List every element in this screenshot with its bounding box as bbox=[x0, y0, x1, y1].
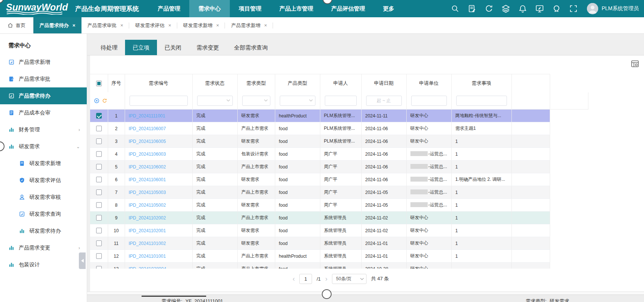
avatar[interactable] bbox=[587, 3, 598, 14]
requirement-link[interactable]: IPD_20241102001 bbox=[129, 228, 166, 233]
omega-icon[interactable] bbox=[552, 4, 561, 13]
requirement-link[interactable]: IPD_20241106001 bbox=[129, 177, 166, 182]
window-tab-产品需求审批[interactable]: 产品需求审批× bbox=[81, 17, 130, 33]
row-checkbox[interactable] bbox=[96, 215, 102, 221]
sidebar-item-产品需求新增[interactable]: 产品需求新增 bbox=[0, 54, 87, 71]
row-checkbox[interactable] bbox=[96, 202, 102, 208]
select-all-checkbox[interactable] bbox=[96, 81, 102, 86]
table-row[interactable]: 4IPD_20241106003完成包装设计需求food周广平2024-11-0… bbox=[90, 148, 588, 161]
horizontal-splitter[interactable] bbox=[87, 291, 644, 295]
sidebar-item-产品需求审批[interactable]: 产品需求审批 bbox=[0, 71, 87, 87]
close-tab-icon[interactable]: × bbox=[216, 23, 219, 28]
menu-item-需求中心[interactable]: 需求中心 bbox=[189, 0, 230, 17]
filter-input[interactable] bbox=[411, 96, 447, 106]
window-tab-研发需求新增[interactable]: 研发需求新增× bbox=[177, 17, 225, 33]
window-tab-产品需求待办[interactable]: 产品需求待办× bbox=[33, 17, 81, 33]
requirement-link[interactable]: IPD_20241105003 bbox=[129, 190, 166, 195]
row-checkbox[interactable] bbox=[96, 253, 102, 259]
sidebar-item-研发需求待办[interactable]: 研发需求待办 bbox=[0, 222, 87, 239]
fullscreen-icon[interactable] bbox=[569, 4, 578, 13]
sidebar-item-研发需求[interactable]: 研发需求⌄ bbox=[0, 138, 87, 155]
filter-select[interactable] bbox=[197, 96, 233, 106]
reset-filter-icon[interactable] bbox=[102, 98, 107, 104]
layers-icon[interactable] bbox=[501, 4, 510, 13]
row-checkbox[interactable] bbox=[96, 177, 102, 182]
splitter-drag-handle[interactable] bbox=[322, 289, 332, 299]
sidebar-item-产品需求待办[interactable]: 产品需求待办 bbox=[0, 87, 87, 104]
menu-item-更多[interactable]: 更多 bbox=[374, 0, 403, 17]
row-checkbox[interactable] bbox=[96, 151, 102, 157]
close-tab-icon[interactable]: × bbox=[72, 23, 75, 28]
tab-home[interactable]: 首页 bbox=[0, 17, 33, 33]
monitor-edit-icon[interactable] bbox=[535, 4, 544, 13]
prev-page-button[interactable]: ‹ bbox=[293, 275, 295, 282]
table-row[interactable]: 10IPD_20241102001完成研发需求food系统管理员2024-11-… bbox=[90, 224, 588, 237]
next-page-button[interactable]: › bbox=[325, 275, 327, 282]
filter-input[interactable] bbox=[130, 96, 188, 106]
table-row[interactable]: 7IPD_20241105003完成产品上市需求food周广平2024-11-0… bbox=[90, 186, 588, 199]
bell-icon[interactable] bbox=[518, 4, 527, 13]
requirement-link[interactable]: IPD_20241101002 bbox=[129, 241, 166, 246]
row-checkbox[interactable] bbox=[96, 240, 102, 246]
filter-select[interactable] bbox=[242, 96, 270, 106]
search-icon[interactable] bbox=[451, 4, 460, 13]
requirement-link[interactable]: IPD_20241106007 bbox=[129, 126, 166, 131]
view-tab-已关闭[interactable]: 已关闭 bbox=[157, 40, 189, 55]
row-checkbox[interactable] bbox=[96, 113, 102, 119]
clear-filter-icon[interactable] bbox=[94, 98, 100, 104]
table-row[interactable]: 1IPD_20241111001完成研发需求healthProductPLM系统… bbox=[90, 110, 588, 122]
table-row[interactable]: 8IPD_20241105002完成研发需求food周广平2024-11-05-… bbox=[90, 199, 588, 212]
refresh-icon[interactable] bbox=[484, 4, 493, 13]
requirement-link[interactable]: IPD_20241106005 bbox=[129, 139, 166, 144]
requirement-link[interactable]: IPD_20241028004 bbox=[129, 266, 166, 269]
table-row[interactable]: 6IPD_20241106001完成研发需求food周广平2024-11-06-… bbox=[90, 173, 588, 186]
row-checkbox[interactable] bbox=[96, 164, 102, 170]
requirement-link[interactable]: IPD_20241106002 bbox=[129, 164, 166, 170]
sidebar-item-研发需求评估[interactable]: 研发需求评估 bbox=[0, 172, 87, 189]
filter-input[interactable] bbox=[456, 96, 507, 106]
row-checkbox[interactable] bbox=[96, 126, 102, 131]
table-row[interactable]: 2IPD_20241106007完成产品上市需求foodPLM系统管理...20… bbox=[90, 122, 588, 135]
sidebar-item-产品成本会审[interactable]: 产品成本会审 bbox=[0, 104, 87, 121]
menu-item-项目管理[interactable]: 项目管理 bbox=[230, 0, 270, 17]
view-tab-需求变更[interactable]: 需求变更 bbox=[189, 40, 226, 55]
table-row[interactable]: 9IPD_20241102002完成产品上市需求food系统管理员2024-11… bbox=[90, 212, 588, 224]
table-row[interactable]: 3IPD_20241106005完成研发需求foodPLM系统管理...2024… bbox=[90, 135, 588, 148]
sidebar-item-产品需求变更[interactable]: 产品需求变更› bbox=[0, 239, 87, 256]
table-row[interactable]: 13IPD_20241028004完成产品上市需求food系统管理员2024-1… bbox=[90, 263, 588, 269]
table-row[interactable]: 12IPD_20241101001完成产品上市需求healthProduct系统… bbox=[90, 250, 588, 263]
window-tab-产品需求新增[interactable]: 产品需求新增× bbox=[225, 17, 273, 33]
sidebar-item-研发需求新增[interactable]: 研发需求新增 bbox=[0, 155, 87, 172]
requirement-link[interactable]: IPD_20241102002 bbox=[129, 215, 166, 221]
sidebar-item-包装设计[interactable]: 包装设计 bbox=[0, 256, 87, 273]
row-checkbox[interactable] bbox=[96, 189, 102, 195]
current-page-input[interactable]: 1 bbox=[299, 274, 312, 284]
filter-select[interactable] bbox=[280, 96, 315, 106]
requirement-link[interactable]: IPD_20241105002 bbox=[129, 203, 166, 208]
filter-date-range[interactable]: 起 ~ 止 bbox=[366, 96, 402, 106]
form-icon[interactable] bbox=[468, 4, 477, 13]
close-tab-icon[interactable]: × bbox=[121, 23, 124, 28]
table-row[interactable]: 5IPD_20241106002完成产品上市需求food周广平2024-11-0… bbox=[90, 161, 588, 173]
page-size-select[interactable]: 50条/页 bbox=[332, 274, 366, 284]
row-checkbox[interactable] bbox=[96, 138, 102, 144]
view-tab-待处理[interactable]: 待处理 bbox=[93, 40, 125, 55]
close-tab-icon[interactable]: × bbox=[168, 23, 171, 28]
view-tab-已立项[interactable]: 已立项 bbox=[125, 40, 157, 55]
window-tab-研发需求评估[interactable]: 研发需求评估× bbox=[129, 17, 177, 33]
requirement-link[interactable]: IPD_20241101001 bbox=[129, 254, 166, 259]
row-checkbox[interactable] bbox=[96, 228, 102, 233]
sidebar-item-财务管理[interactable]: 财务管理› bbox=[0, 121, 87, 138]
menu-item-产品管理[interactable]: 产品管理 bbox=[149, 0, 189, 17]
table-row[interactable]: 11IPD_20241101002完成研发需求food系统管理员2024-11-… bbox=[90, 237, 588, 250]
close-tab-icon[interactable]: × bbox=[264, 23, 267, 28]
sidebar-collapse-handle[interactable] bbox=[79, 252, 86, 269]
table-settings-icon[interactable] bbox=[630, 59, 639, 68]
requirement-link[interactable]: IPD_20241111001 bbox=[129, 113, 165, 119]
sidebar-item-研发需求审核[interactable]: 研发需求审核 bbox=[0, 189, 87, 206]
row-checkbox[interactable] bbox=[96, 266, 102, 269]
menu-item-产品上市管理[interactable]: 产品上市管理 bbox=[270, 0, 322, 17]
filter-input[interactable] bbox=[325, 96, 357, 106]
requirement-link[interactable]: IPD_20241106003 bbox=[129, 152, 166, 157]
sidebar-item-研发需求查询[interactable]: 研发需求查询 bbox=[0, 206, 87, 222]
